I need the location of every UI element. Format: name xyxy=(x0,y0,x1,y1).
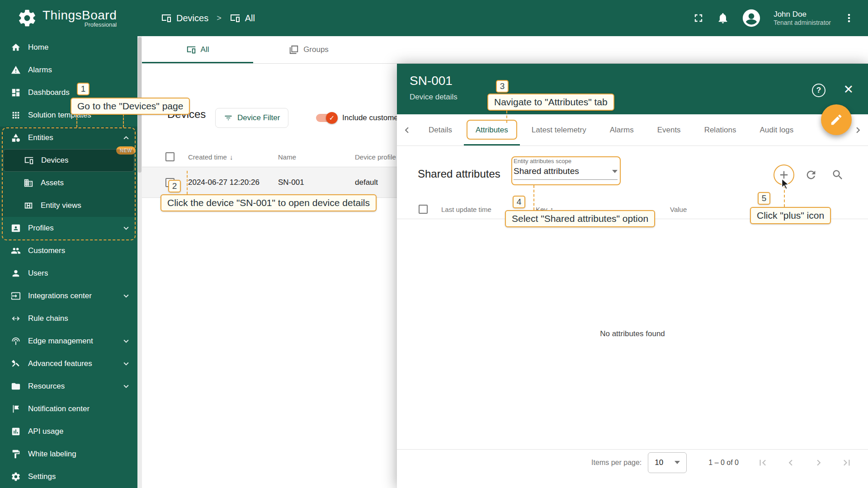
brand-name: ThingsBoard xyxy=(42,9,117,22)
panel-tab-alarms[interactable]: Alarms xyxy=(598,114,646,145)
tab-scroll-left-icon[interactable] xyxy=(397,114,417,145)
breadcrumb-all[interactable]: All xyxy=(230,13,255,23)
sidebar-item-label: Users xyxy=(28,269,48,278)
sidebar-item-assets[interactable]: Assets xyxy=(0,172,137,194)
sidebar-item-white-labeling[interactable]: White labeling xyxy=(0,443,137,465)
sidebar-item-alarms[interactable]: Alarms xyxy=(0,59,137,81)
include-customers-toggle-wrap: ✓ Include customers xyxy=(316,108,405,128)
sidebar-item-notification-center[interactable]: Notification center xyxy=(0,398,137,420)
scrollbar-thumb[interactable] xyxy=(138,37,142,173)
breadcrumb-label: All xyxy=(245,13,255,23)
sidebar-item-api-usage[interactable]: API usage xyxy=(0,420,137,443)
users-icon xyxy=(11,268,21,278)
help-icon[interactable]: ? xyxy=(812,84,826,97)
devices-icon xyxy=(161,13,172,23)
sidebar-item-label: Advanced features xyxy=(28,359,92,368)
attributes-table-header: Last update time Key↑ Value xyxy=(397,199,868,219)
panel-tab-latest-telemetry[interactable]: Latest telemetry xyxy=(520,114,598,145)
sidebar-item-entity-views[interactable]: Entity views xyxy=(0,194,137,217)
include-customers-toggle[interactable]: ✓ xyxy=(316,114,337,122)
column-name[interactable]: Name xyxy=(278,153,296,161)
sort-desc-icon: ↓ xyxy=(230,153,233,161)
tab-all[interactable]: All xyxy=(142,36,253,63)
last-page-icon[interactable] xyxy=(841,457,853,469)
panel-tab-events[interactable]: Events xyxy=(646,114,693,145)
previous-page-icon[interactable] xyxy=(785,457,797,469)
sidebar-item-devices[interactable]: Devices xyxy=(3,149,134,172)
sidebar-item-advanced-features[interactable]: Advanced features xyxy=(0,352,137,375)
chevron-down-icon xyxy=(121,381,131,391)
add-attribute-plus-icon[interactable] xyxy=(778,169,790,181)
panel-tab-attributes[interactable]: Attributes xyxy=(464,114,520,145)
thingsboard-logo[interactable]: ThingsBoard Professional xyxy=(17,8,142,28)
panel-tab-audit-logs[interactable]: Audit logs xyxy=(748,114,806,145)
column-value[interactable]: Value xyxy=(670,205,687,213)
empty-state-text: No attributes found xyxy=(397,329,868,338)
panel-pagination-footer: Items per page: 10 1 – 0 of 0 xyxy=(397,449,868,475)
sidebar-item-solution-templates[interactable]: Solution templates xyxy=(0,104,137,127)
sidebar-item-label: Dashboards xyxy=(28,88,70,97)
column-device-profile[interactable]: Device profile xyxy=(355,153,396,161)
device-filter-button[interactable]: Device Filter xyxy=(215,108,288,128)
scope-select-value-row: Shared attributes xyxy=(514,166,618,180)
sidebar-item-settings[interactable]: Settings xyxy=(0,465,137,488)
sidebar-item-profiles[interactable]: Profiles xyxy=(0,217,137,239)
sidebar-item-dashboards[interactable]: Dashboards xyxy=(0,81,137,104)
search-icon[interactable] xyxy=(831,169,844,181)
sidebar-item-label: Settings xyxy=(28,472,56,481)
notifications-bell-icon[interactable] xyxy=(717,12,729,24)
edit-fab-button[interactable] xyxy=(821,104,852,135)
sidebar-item-users[interactable]: Users xyxy=(0,262,137,285)
sidebar-item-resources[interactable]: Resources xyxy=(0,375,137,398)
more-vert-icon[interactable] xyxy=(843,12,855,24)
sidebar-item-edge-management[interactable]: Edge management xyxy=(0,330,137,352)
tab-groups[interactable]: Groups xyxy=(253,36,364,63)
panel-tab-details[interactable]: Details xyxy=(417,114,464,145)
cell-created-time: 2024-06-27 12:20:26 xyxy=(188,178,259,187)
items-per-page-label: Items per page: xyxy=(591,459,642,467)
user-avatar[interactable] xyxy=(741,8,762,28)
select-all-attributes-checkbox[interactable] xyxy=(419,205,428,214)
column-key[interactable]: Key↑ xyxy=(536,205,553,213)
column-last-update-time[interactable]: Last update time xyxy=(441,205,491,213)
rule-chains-icon xyxy=(11,314,21,324)
chevron-down-icon xyxy=(121,336,131,346)
breadcrumb: Devices > All xyxy=(161,13,255,23)
sidebar-item-rule-chains[interactable]: Rule chains xyxy=(0,307,137,330)
breadcrumb-devices[interactable]: Devices xyxy=(161,13,208,23)
user-role: Tenant administrator xyxy=(774,19,831,27)
row-checkbox[interactable] xyxy=(165,178,175,187)
sidebar-item-label: Integrations center xyxy=(28,291,92,300)
shared-attributes-title: Shared attributes xyxy=(418,168,500,180)
sidebar-scrollbar[interactable] xyxy=(137,36,142,488)
groups-icon xyxy=(289,45,299,55)
edge-icon xyxy=(11,336,21,346)
logo-text: ThingsBoard Professional xyxy=(42,9,117,28)
first-page-icon[interactable] xyxy=(757,457,769,469)
fullscreen-icon[interactable] xyxy=(692,12,705,24)
sidebar-item-label: Notification center xyxy=(28,404,90,413)
devices-icon xyxy=(24,155,34,165)
refresh-icon[interactable] xyxy=(805,169,817,181)
sidebar-item-label: Assets xyxy=(41,178,64,188)
next-page-icon[interactable] xyxy=(813,457,825,469)
user-info: John Doe Tenant administrator xyxy=(774,9,831,27)
sidebar-item-label: Entities xyxy=(28,133,53,142)
tab-label: All xyxy=(201,45,209,54)
panel-tab-relations[interactable]: Relations xyxy=(693,114,748,145)
integrations-icon xyxy=(11,291,21,301)
close-icon[interactable]: ✕ xyxy=(843,83,854,96)
items-per-page-select[interactable]: 10 xyxy=(648,452,687,473)
column-created-time[interactable]: Created time↓ xyxy=(188,153,233,161)
sidebar-item-home[interactable]: Home xyxy=(0,36,137,59)
page-title: Devices xyxy=(167,108,206,121)
sidebar-item-entities[interactable]: Entities xyxy=(0,127,137,149)
sidebar-item-label: Solution templates xyxy=(28,111,91,120)
sidebar-item-integrations-center[interactable]: Integrations center xyxy=(0,285,137,307)
select-all-checkbox[interactable] xyxy=(165,152,175,161)
pagination-range: 1 – 0 of 0 xyxy=(708,459,739,467)
sidebar-item-customers[interactable]: Customers xyxy=(0,239,137,262)
attributes-scope-select[interactable]: Entity attributes scope Shared attribute… xyxy=(514,158,618,180)
dashboard-icon xyxy=(11,88,21,98)
panel-header: SN-001 Device details ? ✕ xyxy=(397,64,868,114)
